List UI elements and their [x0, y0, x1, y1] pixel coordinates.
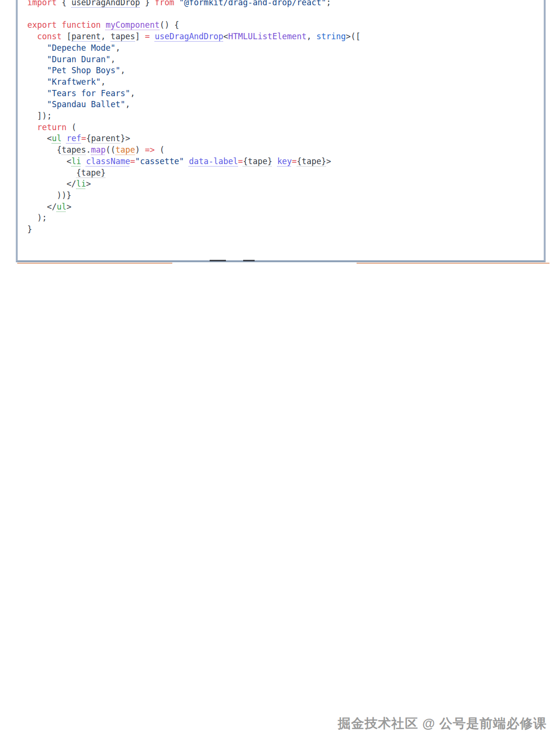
code-line: {tapes.map((tape) => ( — [27, 145, 544, 156]
code-line: "Pet Shop Boys", — [27, 65, 544, 77]
code-token: const — [37, 32, 61, 41]
code-token: < — [27, 134, 52, 143]
code-token: string — [316, 32, 346, 41]
code-token: map — [91, 145, 106, 155]
page: { "page": { "background": "#ffffff" }, "… — [0, 0, 560, 746]
code-content: import { useDragAndDrop } from "@formkit… — [18, 0, 544, 235]
code-token: li — [71, 156, 81, 166]
code-token — [184, 156, 189, 166]
code-token: key — [277, 156, 292, 166]
code-token: = — [238, 156, 243, 166]
code-token: "Spandau Ballet" — [47, 100, 125, 109]
code-token: > — [86, 179, 91, 189]
code-token: ul — [56, 202, 66, 212]
code-token: useDragAndDrop — [155, 32, 223, 41]
code-token: parent — [71, 32, 101, 41]
code-line: "Duran Duran", — [27, 54, 544, 66]
code-token — [27, 55, 47, 64]
code-token — [27, 168, 76, 178]
code-token: = — [145, 32, 150, 41]
code-token: ]); — [27, 111, 52, 121]
code-token: from — [155, 0, 174, 7]
code-token: {tape} — [243, 156, 272, 166]
code-token: { — [86, 134, 91, 143]
code-line: import { useDragAndDrop } from "@formkit… — [27, 0, 544, 9]
code-line: <li className="cassette" data-label={tap… — [27, 156, 544, 167]
code-line: {tape} — [27, 167, 544, 179]
code-token: li — [76, 179, 86, 189]
code-token: = — [81, 134, 86, 143]
code-token — [101, 20, 106, 30]
code-token — [27, 122, 37, 132]
code-token: "Tears for Fears" — [47, 89, 130, 98]
code-token: myComponent — [106, 20, 160, 30]
code-token: . — [86, 145, 91, 155]
code-token: data-label — [189, 156, 238, 166]
code-line: </li> — [27, 178, 544, 190]
code-token — [27, 32, 37, 41]
code-token — [27, 89, 47, 98]
code-token: {tape} — [297, 156, 326, 166]
code-token — [150, 32, 155, 41]
code-line: "Kraftwerk", — [27, 77, 544, 88]
code-token: </ — [27, 202, 56, 212]
code-token: {tape} — [76, 168, 105, 178]
code-token: , — [101, 32, 111, 41]
code-token: ; — [326, 0, 331, 7]
code-token — [272, 156, 277, 166]
code-token: () { — [159, 20, 179, 30]
code-token: ))} — [27, 190, 71, 200]
code-token: </ — [27, 179, 76, 189]
code-token: > — [326, 156, 331, 166]
code-token: tapes — [62, 145, 86, 155]
code-line — [27, 9, 544, 20]
code-token: }> — [121, 134, 130, 143]
code-line: return ( — [27, 122, 544, 134]
code-token: , — [307, 32, 316, 41]
code-token: "Kraftwerk" — [47, 77, 101, 87]
code-token: [ — [62, 32, 71, 41]
code-token: { — [56, 0, 71, 7]
code-token: => — [145, 145, 155, 155]
code-token: } — [140, 0, 155, 7]
code-token: ) — [135, 145, 145, 155]
code-line: ]); — [27, 111, 544, 122]
code-token: , — [115, 43, 120, 53]
code-line: <ul ref={parent}> — [27, 133, 544, 145]
code-line: } — [27, 224, 544, 235]
code-token: return — [37, 122, 66, 132]
code-token: ] — [135, 32, 145, 41]
code-token: = — [130, 156, 135, 166]
code-token — [174, 0, 179, 7]
code-token — [27, 66, 47, 75]
code-token: "Depeche Mode" — [47, 43, 115, 53]
code-token — [27, 100, 47, 109]
code-line: "Depeche Mode", — [27, 43, 544, 54]
code-token: useDragAndDrop — [71, 0, 140, 7]
divider-line — [17, 263, 172, 264]
code-token: tape — [115, 145, 135, 155]
code-token: , — [101, 77, 106, 87]
code-token: > — [67, 202, 71, 212]
code-line: "Tears for Fears", — [27, 88, 544, 100]
code-token: >([ — [346, 32, 360, 41]
code-token: < — [27, 156, 71, 166]
code-token: "@formkit/drag-and-drop/react" — [179, 0, 326, 7]
code-line: ); — [27, 212, 544, 224]
code-token: tapes — [111, 32, 135, 41]
code-line: "Spandau Ballet", — [27, 99, 544, 111]
code-token — [27, 77, 47, 87]
code-token: import — [27, 0, 56, 7]
code-token: < — [224, 32, 228, 41]
code-line: </ul> — [27, 201, 544, 213]
code-token: parent — [91, 134, 120, 143]
code-token: , — [120, 66, 125, 75]
code-token — [62, 134, 67, 143]
code-token — [27, 43, 47, 53]
divider-line — [357, 263, 549, 264]
code-token: (( — [106, 145, 115, 155]
code-token: , — [125, 100, 130, 109]
code-token: ); — [27, 213, 47, 223]
code-line: export function myComponent() { — [27, 20, 544, 31]
code-token: function — [62, 20, 101, 30]
